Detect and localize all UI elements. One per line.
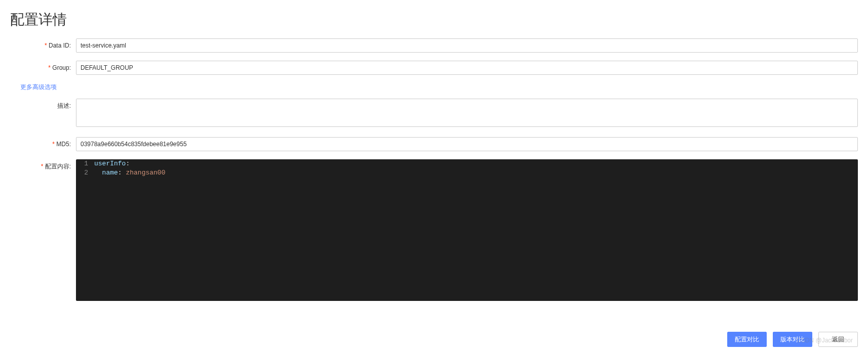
input-description[interactable] [76,99,858,127]
config-compare-button[interactable]: 配置对比 [727,332,767,347]
row-content: 配置内容: 1 userInfo: 2 name: zhangsan00 [10,159,858,301]
label-md5: MD5: [10,137,76,151]
input-md5[interactable] [76,137,858,151]
label-content: 配置内容: [10,159,76,173]
label-group: Group: [10,61,76,75]
line-number: 1 [76,159,94,168]
label-description: 描述: [10,99,76,113]
row-group: Group: [10,61,858,75]
page-title: 配置详情 [10,10,858,29]
row-data-id: Data ID: [10,38,858,53]
code-line: 2 name: zhangsan00 [76,168,858,178]
line-content: name: zhangsan00 [94,168,858,178]
label-data-id: Data ID: [10,38,76,53]
input-group[interactable] [76,61,858,75]
code-line: 1 userInfo: [76,159,858,168]
input-data-id[interactable] [76,38,858,53]
row-description: 描述: [10,99,858,129]
button-bar: 配置对比 版本对比 返回 [727,332,858,347]
row-md5: MD5: [10,137,858,151]
version-compare-button[interactable]: 版本对比 [773,332,812,347]
code-editor[interactable]: 1 userInfo: 2 name: zhangsan00 [76,159,858,301]
line-content: userInfo: [94,159,858,168]
back-button[interactable]: 返回 [818,332,858,347]
more-options-link[interactable]: 更多高级选项 [20,83,858,92]
line-number: 2 [76,168,94,178]
